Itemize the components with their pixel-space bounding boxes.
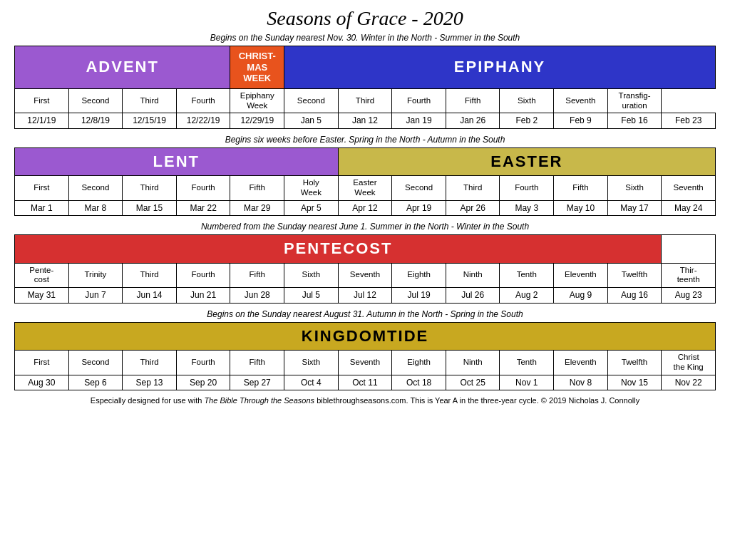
date-cell-3-8: Oct 25 xyxy=(446,375,500,390)
date-cell-0-5: Jan 5 xyxy=(284,113,339,128)
date-cell-0-12: Feb 23 xyxy=(662,113,716,128)
date-cell-1-3: Mar 22 xyxy=(176,200,230,215)
date-cell-3-2: Sep 13 xyxy=(123,375,177,390)
date-cell-2-6: Jul 12 xyxy=(338,288,392,303)
label-cell-3-11: Twelfth xyxy=(607,350,662,375)
date-cell-2-8: Jul 26 xyxy=(446,288,500,303)
date-cell-3-6: Oct 11 xyxy=(338,375,392,390)
label-cell-1-11: Sixth xyxy=(607,176,662,201)
label-cell-2-10: Eleventh xyxy=(554,263,608,288)
label-cell-2-7: Eighth xyxy=(392,263,446,288)
label-cell-3-10: Eleventh xyxy=(554,350,608,375)
label-cell-0-0: First xyxy=(15,88,69,113)
label-cell-3-2: Third xyxy=(123,350,177,375)
date-cell-2-10: Aug 9 xyxy=(554,288,608,303)
label-cell-0-4: EpiphanyWeek xyxy=(230,88,284,113)
label-cell-0-2: Third xyxy=(123,88,177,113)
date-cell-2-1: Jun 7 xyxy=(68,288,123,303)
season-subtitle-1: Begins six weeks before Easter. Spring i… xyxy=(14,135,716,145)
date-cell-2-2: Jun 14 xyxy=(123,288,177,303)
label-cell-1-8: Third xyxy=(446,176,500,201)
label-cell-2-8: Ninth xyxy=(446,263,500,288)
label-cell-3-6: Seventh xyxy=(338,350,392,375)
date-cell-3-3: Sep 20 xyxy=(176,375,230,390)
label-cell-0-7: Fourth xyxy=(392,88,446,113)
label-cell-1-7: Second xyxy=(392,176,446,201)
date-cell-2-0: May 31 xyxy=(15,288,69,303)
date-cell-0-7: Jan 19 xyxy=(392,113,446,128)
label-cell-1-9: Fourth xyxy=(500,176,554,201)
date-cell-1-10: May 10 xyxy=(554,200,608,215)
label-cell-1-1: Second xyxy=(68,176,123,201)
season-header-Lent: Lent xyxy=(15,147,339,175)
season-block-1: Begins six weeks before Easter. Spring i… xyxy=(14,135,716,216)
date-cell-0-11: Feb 16 xyxy=(607,113,662,128)
date-cell-1-2: Mar 15 xyxy=(123,200,177,215)
season-table-0: AdventChrist- mas WeekEpiphanyFirstSecon… xyxy=(14,46,716,129)
label-cell-1-2: Third xyxy=(123,176,177,201)
label-cell-3-1: Second xyxy=(68,350,123,375)
date-cell-1-12: May 24 xyxy=(662,200,716,215)
season-header-Epiphany: Epiphany xyxy=(284,46,716,89)
date-cell-0-3: 12/22/19 xyxy=(176,113,230,128)
label-cell-0-5: Second xyxy=(284,88,339,113)
date-cell-3-0: Aug 30 xyxy=(15,375,69,390)
season-subtitle-3: Begins on the Sunday nearest August 31. … xyxy=(14,309,716,319)
label-cell-2-9: Tenth xyxy=(500,263,554,288)
date-cell-3-11: Nov 15 xyxy=(607,375,662,390)
date-cell-0-1: 12/8/19 xyxy=(68,113,123,128)
date-cell-1-0: Mar 1 xyxy=(15,200,69,215)
label-cell-0-9: Sixth xyxy=(500,88,554,113)
date-cell-1-11: May 17 xyxy=(607,200,662,215)
season-table-1: LentEasterFirstSecondThirdFourthFifthHol… xyxy=(14,147,716,216)
label-cell-0-8: Fifth xyxy=(446,88,500,113)
page-title: Seasons of Grace - 2020 xyxy=(14,7,716,30)
date-cell-2-9: Aug 2 xyxy=(500,288,554,303)
date-cell-1-5: Apr 5 xyxy=(284,200,339,215)
label-cell-3-12: Christthe King xyxy=(662,350,716,375)
season-header-Easter: Easter xyxy=(338,147,715,175)
season-header- xyxy=(662,235,716,263)
date-cell-1-8: Apr 26 xyxy=(446,200,500,215)
season-header-Christ-masWeek: Christ- mas Week xyxy=(230,46,284,89)
season-block-0: Begins on the Sunday nearest Nov. 30. Wi… xyxy=(14,33,716,129)
date-cell-0-2: 12/15/19 xyxy=(123,113,177,128)
date-cell-1-1: Mar 8 xyxy=(68,200,123,215)
label-cell-1-3: Fourth xyxy=(176,176,230,201)
date-cell-3-7: Oct 18 xyxy=(392,375,446,390)
date-cell-0-10: Feb 9 xyxy=(554,113,608,128)
date-cell-2-12: Aug 23 xyxy=(662,288,716,303)
label-cell-2-1: Trinity xyxy=(68,263,123,288)
label-cell-3-8: Ninth xyxy=(446,350,500,375)
season-subtitle-2: Numbered from the Sunday nearest June 1.… xyxy=(14,222,716,232)
date-cell-1-9: May 3 xyxy=(500,200,554,215)
label-cell-1-12: Seventh xyxy=(662,176,716,201)
label-cell-2-12: Thir-teenth xyxy=(662,263,716,288)
label-cell-1-5: HolyWeek xyxy=(284,176,339,201)
season-subtitle-0: Begins on the Sunday nearest Nov. 30. Wi… xyxy=(14,33,716,43)
label-cell-2-0: Pente-cost xyxy=(15,263,69,288)
date-cell-3-10: Nov 8 xyxy=(554,375,608,390)
date-cell-2-3: Jun 21 xyxy=(176,288,230,303)
season-block-3: Begins on the Sunday nearest August 31. … xyxy=(14,309,716,390)
label-cell-1-0: First xyxy=(15,176,69,201)
label-cell-0-10: Seventh xyxy=(554,88,608,113)
season-table-2: PentecostPente-costTrinityThirdFourthFif… xyxy=(14,234,716,303)
season-block-2: Numbered from the Sunday nearest June 1.… xyxy=(14,222,716,303)
date-cell-3-12: Nov 22 xyxy=(662,375,716,390)
label-cell-2-6: Seventh xyxy=(338,263,392,288)
season-header-Advent: Advent xyxy=(15,46,230,89)
date-cell-0-4: 12/29/19 xyxy=(230,113,284,128)
label-cell-1-4: Fifth xyxy=(230,176,284,201)
label-cell-0-6: Third xyxy=(338,88,392,113)
label-cell-1-10: Fifth xyxy=(554,176,608,201)
label-cell-2-11: Twelfth xyxy=(607,263,662,288)
date-cell-0-6: Jan 12 xyxy=(338,113,392,128)
label-cell-0-3: Fourth xyxy=(176,88,230,113)
date-cell-0-9: Feb 2 xyxy=(500,113,554,128)
date-cell-1-6: Apr 12 xyxy=(338,200,392,215)
date-cell-0-0: 12/1/19 xyxy=(15,113,69,128)
label-cell-2-3: Fourth xyxy=(176,263,230,288)
label-cell-3-5: Sixth xyxy=(284,350,339,375)
date-cell-2-5: Jul 5 xyxy=(284,288,339,303)
